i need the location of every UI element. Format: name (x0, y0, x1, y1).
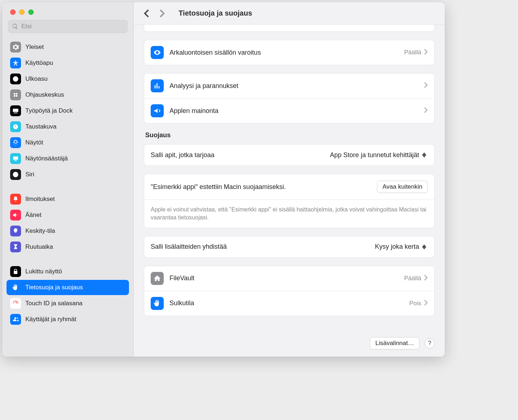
sidebar-item-keskity-tila[interactable]: Keskity-tila (7, 223, 129, 239)
content-area: Tietosuoja ja suojaus Arkaluontoisen sis… (134, 2, 445, 357)
sidebar-item-ilmoitukset[interactable]: Ilmoitukset (7, 192, 129, 207)
sidebar-item--net[interactable]: Äänet (7, 207, 129, 223)
sensitive-content-card: Arkaluontoisen sisällön varoitus Päällä (144, 40, 435, 65)
sidebar-item-label: Touch ID ja salasana (25, 300, 83, 307)
sidebar-item-label: Äänet (25, 211, 41, 219)
sensitive-label: Arkaluontoisen sisällön varoitus (170, 49, 404, 56)
sidebar-item-label: Tietosuoja ja suojaus (25, 284, 83, 291)
minimize-icon[interactable] (19, 9, 25, 15)
search-icon (12, 23, 18, 30)
sidebar-item-label: Käyttäjät ja ryhmät (25, 316, 76, 323)
settings-window: YleisetKäyttöapuUlkoasuOhjauskeskusTyöpö… (2, 2, 445, 357)
sidebar-item-ulkoasu[interactable]: Ulkoasu (7, 71, 129, 87)
sidebar-item-label: Taustakuva (25, 123, 57, 130)
accessories-value: Kysy joka kerta (375, 243, 419, 251)
window-controls (2, 2, 133, 20)
chevron-right-icon (424, 300, 428, 307)
sidebar-item-label: Keskity-tila (25, 227, 55, 235)
allow-apps-select[interactable]: App Store ja tunnetut kehittäjät (330, 151, 428, 159)
sensitive-value: Päällä (404, 49, 421, 56)
chevron-right-icon (424, 49, 428, 56)
sidebar-item-label: Ruutuaika (25, 243, 53, 251)
sensitive-content-row[interactable]: Arkaluontoisen sisällön varoitus Päällä (144, 40, 434, 65)
accessories-row[interactable]: Salli lisälaitteiden yhdistää Kysy joka … (144, 236, 435, 258)
filevault-label: FileVault (170, 274, 404, 282)
toolbar: Tietosuoja ja suojaus (134, 2, 445, 25)
sidebar-item-label: Ulkoasu (25, 75, 47, 83)
sidebar-item-touch-id-ja-salasana[interactable]: Touch ID ja salasana (7, 296, 129, 311)
filevault-value: Päällä (404, 275, 421, 282)
ads-label: Applen mainonta (170, 107, 424, 115)
sidebar-item-label: Käyttöapu (25, 59, 53, 67)
sidebar-item-k-ytt-j-t-ja-ryhm-t[interactable]: Käyttäjät ja ryhmät (7, 312, 129, 327)
sidebar-item-label: Ohjauskeskus (25, 91, 64, 98)
sidebar-item-taustakuva[interactable]: Taustakuva (7, 119, 129, 134)
accessories-label: Salli lisälaitteiden yhdistää (151, 243, 375, 251)
filevault-lockdown-card: FileVault Päällä Sulkutila Pois (144, 266, 435, 316)
hand-icon (151, 297, 164, 310)
page-title: Tietosuoja ja suojaus (179, 9, 252, 17)
sidebar-item-n-yt-ns-st-j-[interactable]: Näytönsäästäjä (7, 151, 129, 166)
advanced-button[interactable]: Lisävalinnat… (370, 337, 419, 349)
help-button[interactable]: ? (425, 338, 435, 348)
eye-icon (151, 46, 164, 59)
search-input[interactable] (21, 23, 124, 30)
footer: Lisävalinnat… ? (134, 334, 445, 357)
security-header: Suojaus (145, 131, 433, 139)
sidebar-nav: YleisetKäyttöapuUlkoasuOhjauskeskusTyöpö… (2, 37, 133, 357)
open-anyway-button[interactable]: Avaa kuitenkin (377, 181, 428, 193)
lockdown-row[interactable]: Sulkutila Pois (144, 291, 434, 316)
sidebar-item-ty-p-yt-ja-dock[interactable]: Työpöytä ja Dock (7, 103, 129, 118)
updown-icon (422, 151, 428, 159)
chart-icon (151, 79, 164, 92)
sidebar-item-label: Yleiset (25, 43, 44, 51)
back-button[interactable] (142, 9, 151, 18)
filevault-row[interactable]: FileVault Päällä (144, 266, 434, 291)
zoom-icon[interactable] (28, 9, 34, 15)
close-icon[interactable] (10, 9, 16, 15)
chevron-right-icon (424, 275, 428, 282)
search-field[interactable] (8, 20, 128, 33)
sidebar-item-tietosuoja-ja-suojaus[interactable]: Tietosuoja ja suojaus (7, 280, 129, 295)
chevron-right-icon (424, 107, 428, 114)
sidebar-item-yleiset[interactable]: Yleiset (7, 39, 129, 55)
sidebar-item-ohjauskeskus[interactable]: Ohjauskeskus (7, 87, 129, 102)
blocked-app-card: "Esimerkki appi" estettiin Macin suojaam… (144, 174, 435, 228)
allow-apps-label: Salli apit, jotka tarjoaa (151, 151, 330, 159)
updown-icon (422, 243, 428, 251)
analytics-ads-card: Analyysi ja parannukset Applen mainonta (144, 73, 435, 123)
sidebar-item-label: Ilmoitukset (25, 196, 55, 203)
blocked-subtext: Apple ei voinut vahvistaa, että "Esimerk… (144, 200, 434, 228)
sidebar-item-n-yt-t[interactable]: Näytöt (7, 135, 129, 150)
analytics-row[interactable]: Analyysi ja parannukset (144, 74, 434, 98)
house-icon (151, 272, 164, 285)
sidebar-item-label: Lukittu näyttö (25, 268, 62, 275)
accessories-select[interactable]: Kysy joka kerta (375, 243, 428, 251)
sidebar-item-lukittu-n-ytt-[interactable]: Lukittu näyttö (7, 264, 129, 279)
lockdown-label: Sulkutila (170, 299, 409, 307)
previous-card-edge (144, 25, 435, 32)
forward-button[interactable] (158, 9, 167, 18)
content-pane: Arkaluontoisen sisällön varoitus Päällä … (134, 25, 445, 334)
megaphone-icon (151, 104, 164, 117)
blocked-message: "Esimerkki appi" estettiin Macin suojaam… (151, 183, 377, 191)
sidebar-item-label: Työpöytä ja Dock (25, 107, 72, 114)
allow-apps-row[interactable]: Salli apit, jotka tarjoaa App Store ja t… (144, 144, 435, 166)
chevron-right-icon (424, 82, 428, 89)
sidebar-item-siri[interactable]: Siri (7, 167, 129, 182)
apple-ads-row[interactable]: Applen mainonta (144, 98, 434, 123)
sidebar: YleisetKäyttöapuUlkoasuOhjauskeskusTyöpö… (2, 2, 134, 357)
sidebar-item-ruutuaika[interactable]: Ruutuaika (7, 239, 129, 255)
sidebar-item-label: Siri (25, 171, 34, 178)
lockdown-value: Pois (409, 300, 421, 307)
allow-apps-value: App Store ja tunnetut kehittäjät (330, 151, 419, 159)
sidebar-item-k-ytt-apu[interactable]: Käyttöapu (7, 55, 129, 71)
analytics-label: Analyysi ja parannukset (170, 82, 424, 90)
sidebar-item-label: Näytöt (25, 139, 43, 146)
sidebar-item-label: Näytönsäästäjä (25, 155, 68, 162)
